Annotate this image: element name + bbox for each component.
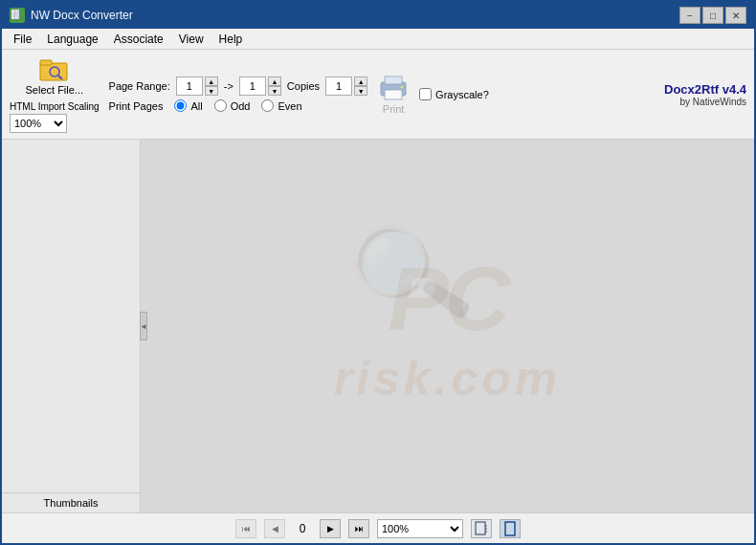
menu-file[interactable]: File — [6, 31, 39, 48]
zoom-select[interactable]: 100% 50% 75% 125% 150% 200% — [377, 519, 463, 538]
copies-input[interactable] — [325, 76, 352, 96]
minimize-button[interactable]: − — [679, 7, 700, 24]
watermark-top: PC — [389, 247, 507, 351]
nav-prev-button[interactable]: ◀ — [264, 519, 285, 538]
radio-all-label[interactable]: All — [190, 100, 202, 112]
main-window: NW Docx Converter − □ ✕ File Language As… — [0, 0, 756, 545]
html-scaling-label: HTML Import Scaling — [10, 101, 100, 112]
nav-next-button[interactable]: ▶ — [320, 519, 341, 538]
print-pages-label: Print Pages — [109, 100, 164, 112]
menu-help[interactable]: Help — [211, 31, 251, 48]
title-bar-left: NW Docx Converter — [10, 8, 133, 23]
grayscale-section: Grayscale? — [419, 88, 489, 100]
page-to-spinner: ▲ ▼ — [239, 76, 281, 96]
menu-bar: File Language Associate View Help — [2, 29, 754, 50]
menu-associate[interactable]: Associate — [106, 31, 171, 48]
content-area: ◄ Thumbnails 🔍 PC risk.com — [2, 140, 754, 512]
svg-rect-10 — [385, 76, 402, 84]
watermark-bottom: risk.com — [334, 351, 562, 406]
menu-language[interactable]: Language — [39, 31, 105, 48]
copies-up[interactable]: ▲ — [354, 76, 367, 86]
app-icon — [10, 8, 25, 23]
radio-odd: Odd — [214, 99, 251, 112]
page-range-row: Page Range: ▲ ▼ -> ▲ ▼ — [109, 76, 368, 96]
brand-sub: by NativeWinds — [664, 97, 746, 107]
menu-view[interactable]: View — [171, 31, 211, 48]
scaling-select[interactable]: 100% 75% 125% 150% — [10, 114, 67, 133]
page-from-input[interactable] — [176, 76, 203, 96]
radio-all: All — [174, 99, 202, 112]
grayscale-label[interactable]: Grayscale? — [435, 89, 489, 100]
radio-even: Even — [261, 99, 301, 112]
page-from-up[interactable]: ▲ — [205, 76, 218, 86]
thumbnail-label: Thumbnails — [2, 492, 140, 512]
thumbnail-panel: ◄ Thumbnails — [2, 140, 141, 512]
page-range-label: Page Range: — [109, 80, 170, 92]
brand-block: Docx2Rtf v4.4 by NativeWinds — [664, 82, 746, 107]
grayscale-checkbox[interactable] — [419, 88, 432, 100]
maximize-button[interactable]: □ — [702, 7, 723, 24]
collapse-handle[interactable]: ◄ — [140, 312, 147, 340]
page-to-down[interactable]: ▼ — [268, 86, 281, 96]
close-button[interactable]: ✕ — [725, 7, 746, 24]
window-title: NW Docx Converter — [31, 9, 133, 22]
view-fit-button[interactable] — [471, 519, 492, 538]
svg-point-12 — [401, 85, 404, 88]
svg-rect-6 — [40, 60, 52, 65]
single-page-icon — [502, 521, 518, 536]
select-file-icon — [39, 55, 70, 82]
svg-rect-13 — [476, 522, 485, 534]
brand-name: Docx2Rtf v4.4 — [664, 82, 746, 97]
radio-all-input[interactable] — [174, 99, 187, 112]
radio-even-input[interactable] — [261, 99, 274, 112]
nav-first-button[interactable]: ⏮ — [235, 519, 256, 538]
main-preview: 🔍 PC risk.com — [141, 140, 754, 512]
arrow-label: -> — [224, 80, 233, 92]
magnifier-bg-icon: 🔍 — [341, 208, 478, 340]
copies-down[interactable]: ▼ — [354, 86, 367, 96]
watermark: 🔍 PC risk.com — [141, 140, 754, 512]
page-from-down[interactable]: ▼ — [205, 86, 218, 96]
page-from-spinbtns: ▲ ▼ — [205, 76, 218, 96]
select-file-label: Select File... — [26, 84, 84, 96]
radio-odd-input[interactable] — [214, 99, 227, 112]
svg-rect-11 — [385, 90, 402, 99]
svg-rect-17 — [505, 522, 515, 535]
page-to-input[interactable] — [239, 76, 266, 96]
print-icon — [377, 75, 410, 101]
page-count: 0 — [293, 522, 312, 535]
radio-even-label[interactable]: Even — [278, 100, 301, 112]
title-bar-controls: − □ ✕ — [679, 7, 746, 24]
page-to-spinbtns: ▲ ▼ — [268, 76, 281, 96]
copies-label: Copies — [287, 80, 320, 92]
copies-spinner: ▲ ▼ — [325, 76, 367, 96]
toolbar: Select File... HTML Import Scaling 100% … — [2, 50, 754, 140]
copies-spinbtns: ▲ ▼ — [354, 76, 367, 96]
html-scaling-group: HTML Import Scaling 100% 75% 125% 150% — [10, 101, 100, 133]
view-single-button[interactable] — [500, 519, 521, 538]
status-bar: ⏮ ◀ 0 ▶ ⏭ 100% 50% 75% 125% 150% 200% — [2, 512, 754, 543]
svg-rect-5 — [40, 63, 67, 80]
nav-last-button[interactable]: ⏭ — [348, 519, 369, 538]
radio-odd-label[interactable]: Odd — [231, 100, 251, 112]
page-to-up[interactable]: ▲ — [268, 76, 281, 86]
title-bar: NW Docx Converter − □ ✕ — [2, 2, 754, 29]
fit-page-icon — [474, 521, 489, 536]
print-button[interactable]: Print — [377, 75, 410, 115]
print-pages-row: Print Pages All Odd Even — [109, 99, 368, 112]
select-file-button[interactable]: Select File... — [26, 55, 84, 96]
page-from-spinner: ▲ ▼ — [176, 76, 218, 96]
page-range-section: Page Range: ▲ ▼ -> ▲ ▼ — [109, 76, 368, 112]
thumbnail-content — [2, 140, 140, 492]
print-label: Print — [383, 103, 405, 115]
